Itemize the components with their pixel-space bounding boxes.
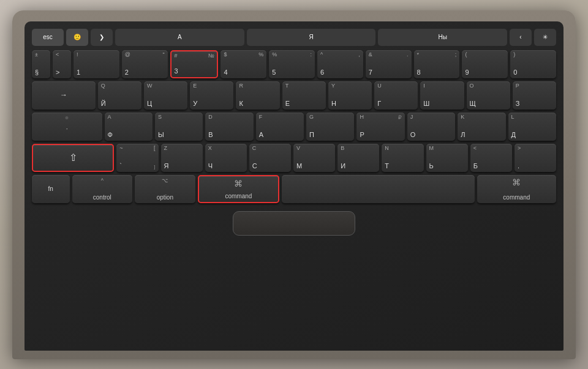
brightness-icon: ✳ — [543, 34, 548, 40]
key-0[interactable]: ) 0 — [510, 50, 556, 78]
key-m[interactable]: M Ь — [426, 144, 468, 172]
touchbar-row: esc 🙂 ❯ A Я Ны ‹ ✳ — [32, 28, 556, 47]
zxcv-row: ⇧ ~ ` [ ] Z Я X Ч C С V М — [32, 144, 556, 172]
key-f[interactable]: F А — [256, 113, 304, 141]
key-6[interactable]: ^ 6 , — [317, 50, 363, 78]
key-fn[interactable]: fn — [32, 175, 70, 203]
touchbar-emoji[interactable]: 🙂 — [66, 29, 88, 46]
key-2[interactable]: @ 2 " — [122, 50, 168, 78]
key-b[interactable]: B И — [337, 144, 379, 172]
key-space[interactable] — [282, 175, 475, 203]
esc-label: esc — [43, 34, 53, 40]
key-x[interactable]: X Ч — [205, 144, 247, 172]
key-y[interactable]: Y Н — [328, 81, 372, 110]
key-period[interactable]: > . — [514, 144, 556, 172]
key-c[interactable]: C С — [249, 144, 291, 172]
number-row: ± § < > ! 1 @ 2 " # 3 № $ — [32, 50, 556, 78]
key-9[interactable]: ( 9 — [462, 50, 508, 78]
key-q[interactable]: Q Й — [98, 81, 141, 110]
key-shift-left[interactable]: ⇧ — [32, 144, 114, 172]
key-3[interactable]: # 3 № — [170, 50, 219, 78]
qwerty-row: → Q Й W Ц E У R К T Е Y — [32, 81, 556, 110]
touchbar-a[interactable]: A — [115, 29, 244, 46]
key-7[interactable]: & 7 . — [366, 50, 412, 78]
trackpad[interactable] — [233, 211, 355, 236]
key-h[interactable]: H Р ₽ — [356, 113, 404, 141]
touchbar-bracket[interactable]: ‹ — [510, 29, 532, 46]
key-pm-section[interactable]: ± § — [32, 50, 50, 78]
key-8[interactable]: * 8 ; — [414, 50, 460, 78]
key-r[interactable]: R К — [236, 81, 279, 110]
modifier-row: fn ^ control ⌥ option ⌘ command ⌘ comman… — [32, 175, 556, 203]
key-option[interactable]: ⌥ option — [135, 175, 195, 203]
key-v[interactable]: V М — [293, 144, 335, 172]
key-a[interactable]: A Ф — [105, 113, 153, 141]
key-o[interactable]: O Щ — [467, 81, 510, 110]
key-i[interactable]: I Ш — [420, 81, 464, 110]
key-s[interactable]: S Ы — [155, 113, 203, 141]
key-1[interactable]: ! 1 — [74, 50, 119, 78]
key-p[interactable]: P З — [513, 81, 556, 110]
key-tab[interactable]: → — [32, 81, 96, 110]
key-command-right[interactable]: ⌘ command — [477, 175, 556, 203]
key-z[interactable]: Z Я — [161, 144, 203, 172]
touchbar-ya[interactable]: Я — [247, 29, 376, 46]
key-d[interactable]: D В — [205, 113, 253, 141]
key-tilde[interactable]: ~ ` [ ] — [116, 144, 158, 172]
keyboard-area: esc 🙂 ❯ A Я Ны ‹ ✳ — [24, 21, 564, 351]
key-command-left[interactable]: ⌘ command — [198, 175, 279, 203]
touchbar-chevron[interactable]: ❯ — [91, 29, 113, 46]
asdf-row: · A Ф S Ы D В F А G П H — [32, 113, 556, 141]
key-comma[interactable]: < Б — [470, 144, 512, 172]
touchbar-hy[interactable]: Ны — [378, 29, 507, 46]
key-u[interactable]: U Г — [374, 81, 418, 110]
key-capslock[interactable]: · — [32, 113, 102, 141]
touchbar-sun[interactable]: ✳ — [534, 29, 556, 46]
key-control[interactable]: ^ control — [72, 175, 133, 203]
trackpad-area — [32, 211, 556, 236]
key-5[interactable]: % 5 : — [269, 50, 315, 78]
key-t[interactable]: T Е — [282, 81, 326, 110]
key-n[interactable]: N Т — [382, 144, 423, 172]
key-g[interactable]: G П — [306, 113, 354, 141]
key-w[interactable]: W Ц — [144, 81, 187, 110]
caps-lock-indicator — [66, 116, 69, 119]
key-e[interactable]: E У — [190, 81, 233, 110]
key-k[interactable]: K Л — [458, 113, 505, 141]
emoji-icon: 🙂 — [74, 34, 81, 40]
key-lt-gt[interactable]: < > — [53, 50, 71, 78]
bracket-left-icon: ‹ — [519, 34, 521, 40]
chevron-right-icon: ❯ — [99, 34, 104, 40]
key-l[interactable]: L Д — [508, 113, 556, 141]
touchbar-esc[interactable]: esc — [32, 29, 64, 46]
key-4[interactable]: $ 4 % — [221, 50, 266, 78]
key-j[interactable]: J О — [407, 113, 455, 141]
laptop-frame: esc 🙂 ❯ A Я Ны ‹ ✳ — [12, 10, 576, 359]
